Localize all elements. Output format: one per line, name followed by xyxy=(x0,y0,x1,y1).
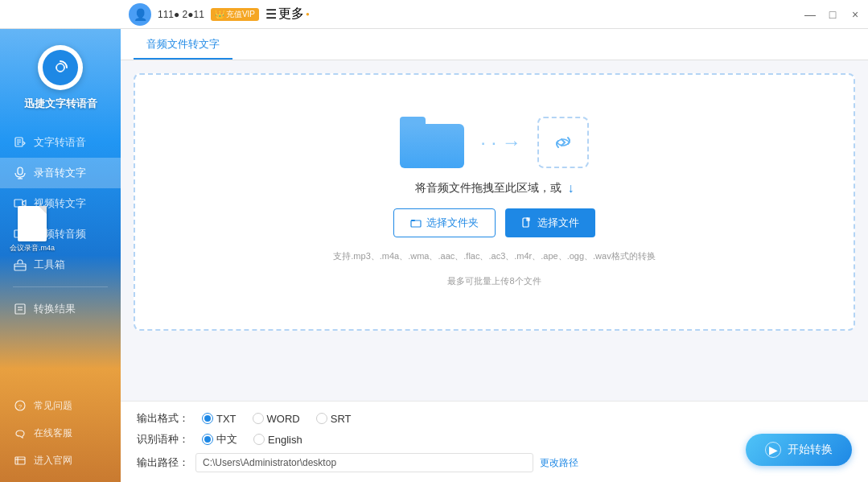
format-label-txt: TXT xyxy=(216,413,237,425)
desktop-file-icon[interactable]: 会议录音.m4a xyxy=(8,206,56,253)
convert-icon xyxy=(537,117,589,168)
format-radio-txt xyxy=(202,413,213,424)
sidebar-item-toolbox[interactable]: 工具箱 xyxy=(0,249,121,280)
sidebar-item-online-service[interactable]: 在线客服 xyxy=(0,419,121,447)
select-folder-button[interactable]: 选择文件夹 xyxy=(393,208,496,237)
output-path-input[interactable] xyxy=(195,453,533,472)
app-title: 迅捷文字转语音 xyxy=(24,97,97,111)
format-radio-group: TXT WORD SRT xyxy=(202,413,352,425)
tab-bar: 音频文件转文字 xyxy=(121,29,868,60)
user-info: 111● 2●11 xyxy=(158,9,204,20)
language-label-chinese: 中文 xyxy=(216,432,237,447)
convert-results-icon xyxy=(13,302,27,316)
title-bar: 👤 111● 2●11 👑 充值VIP ☰ 更多 ● — □ × xyxy=(0,0,868,29)
select-folder-label: 选择文件夹 xyxy=(426,216,479,230)
change-path-button[interactable]: 更改路径 xyxy=(540,456,578,470)
more-button[interactable]: ☰ 更多 ● xyxy=(265,6,310,23)
svg-rect-6 xyxy=(18,167,23,175)
format-option-srt[interactable]: SRT xyxy=(316,413,352,425)
upload-hint-text: 将音频文件拖拽至此区域，或 xyxy=(415,181,562,196)
minimize-button[interactable]: — xyxy=(804,8,817,21)
sidebar-item-label-online-service: 在线客服 xyxy=(34,426,72,440)
start-convert-button[interactable]: ▶ 开始转换 xyxy=(746,434,852,466)
format-label-word: WORD xyxy=(267,413,300,425)
sidebar-item-label-faq: 常见问题 xyxy=(34,399,72,413)
output-label: 输出路径： xyxy=(137,455,189,470)
upload-section: · · → 将音频文件拖拽至此区域 xyxy=(121,60,868,401)
online-service-icon xyxy=(13,426,27,440)
upload-dropzone[interactable]: · · → 将音频文件拖拽至此区域 xyxy=(134,73,855,331)
close-button[interactable]: × xyxy=(849,8,862,21)
sidebar: 会议录音.m4a 迅捷文字转语音 xyxy=(0,29,121,482)
file-shape xyxy=(18,206,47,241)
play-icon: ▶ xyxy=(765,442,781,458)
sidebar-content: 迅捷文字转语音 文字转语音 录音转文字 xyxy=(0,45,121,482)
select-file-button[interactable]: 选择文件 xyxy=(505,208,595,237)
toolbox-icon xyxy=(13,257,27,272)
language-label-english: English xyxy=(268,434,302,446)
upload-buttons: 选择文件夹 选择文件 xyxy=(393,208,595,237)
folder-button-icon xyxy=(410,217,422,229)
sidebar-item-official-website[interactable]: 进入官网 xyxy=(0,447,121,474)
record-to-text-icon xyxy=(13,166,27,180)
upload-formats: 支持.mp3、.m4a、.wma、.aac、.flac、.ac3、.m4r、.a… xyxy=(333,250,655,262)
language-option-english[interactable]: English xyxy=(253,434,302,446)
convert-symbol-svg xyxy=(550,130,576,155)
svg-rect-22 xyxy=(411,220,421,227)
logo-svg xyxy=(49,56,72,79)
vip-label: 充值VIP xyxy=(226,9,255,20)
hamburger-icon: ☰ xyxy=(265,6,277,22)
format-option-word[interactable]: WORD xyxy=(253,413,300,425)
start-button-area: ▶ 开始转换 xyxy=(746,434,852,466)
format-label-srt: SRT xyxy=(331,413,352,425)
upload-hint-arrow: ↓ xyxy=(568,181,574,196)
svg-rect-13 xyxy=(15,304,25,314)
output-path-row: 输出路径： 更改路径 xyxy=(137,453,852,472)
format-option-txt[interactable]: TXT xyxy=(202,413,237,425)
svg-text:?: ? xyxy=(19,403,23,410)
file-icon-label: 会议录音.m4a xyxy=(10,244,55,253)
language-option-chinese[interactable]: 中文 xyxy=(202,432,237,447)
sidebar-item-text-to-speech[interactable]: 文字转语音 xyxy=(0,127,121,158)
app-logo xyxy=(38,45,83,90)
format-setting-row: 输出格式： TXT WORD SRT xyxy=(137,411,852,426)
window-controls: — □ × xyxy=(804,8,862,21)
upload-limit: 最多可批量上传8个文件 xyxy=(447,275,541,287)
sidebar-item-label-official-website: 进入官网 xyxy=(34,454,72,468)
app-logo-inner xyxy=(43,50,78,85)
sidebar-item-faq[interactable]: ? 常见问题 xyxy=(0,392,121,419)
username: 111● 2●11 xyxy=(158,9,204,20)
svg-rect-18 xyxy=(15,457,25,464)
tab-audio-to-text-label: 音频文件转文字 xyxy=(146,37,220,51)
svg-point-1 xyxy=(57,64,64,71)
sidebar-item-label-text-to-speech: 文字转语音 xyxy=(34,135,86,150)
tab-audio-to-text[interactable]: 音频文件转文字 xyxy=(134,29,232,60)
text-to-speech-icon xyxy=(13,135,27,150)
maximize-button[interactable]: □ xyxy=(826,8,839,21)
user-avatar: 👤 xyxy=(129,3,151,26)
faq-icon: ? xyxy=(13,398,27,413)
language-label: 识别语种： xyxy=(137,432,189,447)
file-button-icon xyxy=(521,217,533,229)
content-wrapper: · · → 将音频文件拖拽至此区域 xyxy=(121,60,868,482)
official-website-icon xyxy=(13,453,27,468)
svg-rect-11 xyxy=(14,264,26,270)
format-radio-srt xyxy=(316,413,327,424)
main-layout: 会议录音.m4a 迅捷文字转语音 xyxy=(0,29,868,482)
sidebar-item-convert-results[interactable]: 转换结果 xyxy=(0,294,121,324)
title-bar-left: 👤 111● 2●11 👑 充值VIP ☰ 更多 ● xyxy=(0,3,310,26)
sidebar-item-record-to-text[interactable]: 录音转文字 xyxy=(0,158,121,188)
start-convert-label: 开始转换 xyxy=(788,443,833,457)
language-setting-row: 识别语种： 中文 English xyxy=(137,432,852,447)
sidebar-item-label-record-to-text: 录音转文字 xyxy=(34,166,86,180)
language-radio-english xyxy=(253,434,265,445)
more-label: 更多 xyxy=(278,6,304,23)
vip-icon: 👑 xyxy=(215,10,224,19)
vip-badge[interactable]: 👑 充值VIP xyxy=(211,8,259,21)
language-radio-group: 中文 English xyxy=(202,432,302,447)
folder-icon xyxy=(400,117,464,168)
file-fold xyxy=(39,206,47,214)
language-radio-chinese xyxy=(202,434,213,445)
format-label: 输出格式： xyxy=(137,411,189,426)
format-radio-word xyxy=(253,413,264,424)
